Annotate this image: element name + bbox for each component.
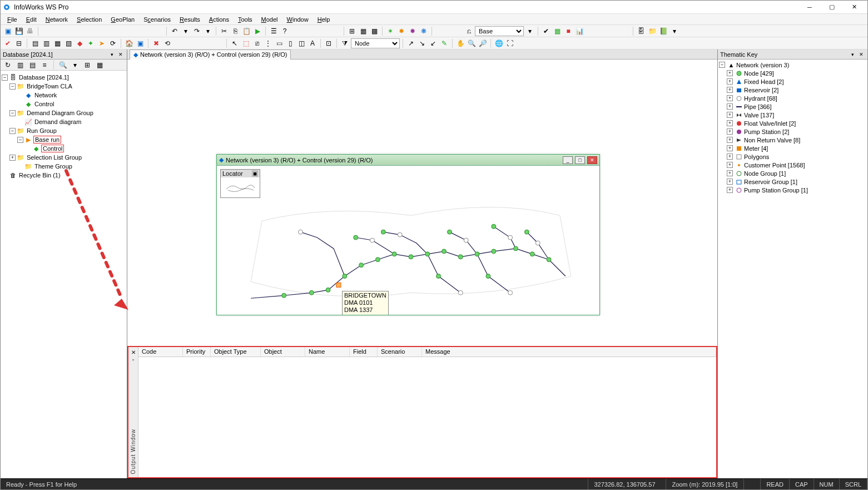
menu-selection[interactable]: Selection bbox=[72, 15, 106, 24]
undo-icon[interactable]: ↶ bbox=[170, 26, 180, 36]
extent-icon[interactable]: ⛶ bbox=[505, 38, 515, 48]
key-item-label[interactable]: Float Valve/Inlet [2] bbox=[744, 120, 796, 127]
redo-split-icon[interactable]: ▾ bbox=[203, 26, 213, 36]
tool-d3-icon[interactable]: ▭ bbox=[274, 38, 284, 48]
book-icon[interactable]: 📗 bbox=[658, 26, 668, 36]
locator-close-icon[interactable]: ■ bbox=[252, 170, 258, 177]
menu-window[interactable]: Window bbox=[282, 15, 313, 24]
undo-split-icon[interactable]: ▾ bbox=[181, 26, 191, 36]
object-combo[interactable]: Node bbox=[351, 38, 400, 48]
key-toggle[interactable]: + bbox=[727, 70, 733, 76]
minimize-button[interactable]: ─ bbox=[798, 1, 821, 14]
menu-geoplan[interactable]: GeoPlan bbox=[106, 15, 139, 24]
key-toggle[interactable]: + bbox=[727, 128, 733, 135]
menu-help[interactable]: Help bbox=[313, 15, 335, 24]
key-item-label[interactable]: Node Group [1] bbox=[744, 170, 786, 177]
key-item-label[interactable]: Pump Station Group [1] bbox=[744, 187, 808, 194]
pt-3-icon[interactable]: ▤ bbox=[27, 60, 37, 70]
tool-b8-icon[interactable]: ➤ bbox=[97, 38, 107, 48]
tree-baserun-control[interactable]: Control bbox=[41, 145, 64, 152]
panel-menu-icon[interactable]: ▾ bbox=[108, 51, 116, 58]
home-icon[interactable]: 🏠 bbox=[124, 38, 134, 48]
zoomin-icon[interactable]: 🔍 bbox=[467, 38, 477, 48]
pt-4-icon[interactable]: ≡ bbox=[39, 60, 49, 70]
maximize-button[interactable]: ▢ bbox=[821, 1, 843, 14]
filter-icon[interactable]: ⧩ bbox=[340, 38, 350, 48]
key-item-label[interactable]: Reservoir Group [1] bbox=[744, 179, 797, 185]
tree-bin[interactable]: Recycle Bin (1) bbox=[18, 172, 62, 179]
key-root[interactable]: Network (version 3) bbox=[736, 62, 789, 68]
tree-bridgetown[interactable]: BridgeTown CLA bbox=[26, 83, 73, 90]
pt-2-icon[interactable]: ▥ bbox=[15, 60, 25, 70]
key-toggle[interactable]: + bbox=[727, 170, 733, 176]
text-icon[interactable]: A bbox=[307, 38, 318, 48]
run-icon[interactable]: ▶ bbox=[252, 26, 262, 36]
tool-f2-icon[interactable]: ↘ bbox=[417, 38, 427, 48]
tool-b1-icon[interactable]: ⊟ bbox=[14, 38, 24, 48]
key-toggle[interactable]: + bbox=[727, 162, 733, 168]
key-toggle[interactable]: + bbox=[727, 87, 733, 93]
tool-e1-icon[interactable]: ⊡ bbox=[324, 38, 334, 48]
tool-b4-icon[interactable]: ▦ bbox=[52, 38, 62, 48]
col-objtype[interactable]: Object Type bbox=[211, 347, 261, 357]
thematic-key-tree[interactable]: −▲Network (version 3) +Node [429]+Fixed … bbox=[718, 60, 867, 478]
col-name[interactable]: Name bbox=[305, 347, 350, 357]
star4-icon[interactable]: ❋ bbox=[419, 26, 429, 36]
menu-scenarios[interactable]: Scenarios bbox=[139, 15, 175, 24]
scenario-icon[interactable]: ⎌ bbox=[464, 26, 474, 36]
tool-b2-icon[interactable]: ▤ bbox=[30, 38, 40, 48]
grid1-icon[interactable]: ▦ bbox=[358, 26, 368, 36]
tree-tg[interactable]: Theme Group bbox=[33, 163, 73, 170]
tree-toggle[interactable]: − bbox=[9, 128, 16, 134]
snap-icon[interactable]: ⊞ bbox=[347, 26, 357, 36]
output-table[interactable]: Code Priority Object Type Object Name Fi… bbox=[138, 347, 716, 477]
pt-6-icon[interactable]: ▾ bbox=[70, 60, 80, 70]
tree-toggle[interactable]: − bbox=[2, 75, 8, 81]
key-item-label[interactable]: Reservoir [2] bbox=[744, 87, 778, 93]
tree-toggle[interactable]: + bbox=[9, 155, 16, 161]
geoplan-body[interactable]: Locator■ bbox=[217, 166, 599, 315]
geoplan-titlebar[interactable]: ◆ Network (version 3) (R/O) + Control (v… bbox=[217, 155, 599, 166]
key-toggle[interactable]: + bbox=[727, 137, 733, 143]
key-toggle[interactable]: + bbox=[727, 187, 733, 193]
zoomout-icon[interactable]: 🔎 bbox=[478, 38, 488, 48]
tree-root[interactable]: Database [2024.1] bbox=[18, 74, 70, 81]
database-tree[interactable]: −🗄Database [2024.1] −📁BridgeTown CLA ◆Ne… bbox=[1, 71, 127, 478]
tool-b5-icon[interactable]: ▧ bbox=[63, 38, 73, 48]
col-code[interactable]: Code bbox=[138, 347, 183, 357]
pt-8-icon[interactable]: ▦ bbox=[95, 60, 105, 70]
key-toggle[interactable]: + bbox=[727, 112, 733, 118]
cut-icon[interactable]: ✂ bbox=[219, 26, 229, 36]
tool-c1-icon[interactable]: ▣ bbox=[135, 38, 145, 48]
key-toggle[interactable]: + bbox=[727, 103, 733, 110]
key-toggle[interactable]: + bbox=[727, 154, 733, 160]
open-icon[interactable]: ▣ bbox=[3, 26, 13, 36]
pt-5-icon[interactable]: 🔍 bbox=[58, 60, 68, 70]
stop-icon[interactable]: ■ bbox=[563, 26, 573, 36]
pen-icon[interactable]: ✎ bbox=[439, 38, 449, 48]
validate-icon[interactable]: ✔ bbox=[541, 26, 551, 36]
key-menu-icon[interactable]: ▾ bbox=[849, 51, 856, 58]
mdi-tab[interactable]: ◆ Network (version 3) (R/O) + Control (v… bbox=[130, 50, 291, 60]
layers-icon[interactable]: ☰ bbox=[269, 26, 279, 36]
check-icon[interactable]: ✔ bbox=[3, 38, 13, 48]
menu-network[interactable]: Network bbox=[41, 15, 72, 24]
key-toggle[interactable]: + bbox=[727, 120, 733, 126]
tree-toggle[interactable]: − bbox=[17, 137, 23, 143]
key-toggle[interactable]: + bbox=[727, 95, 733, 101]
key-item-label[interactable]: Fixed Head [2] bbox=[744, 78, 784, 85]
star1-icon[interactable]: ✶ bbox=[385, 26, 395, 36]
copy-icon[interactable]: ⎘ bbox=[230, 26, 240, 36]
col-object[interactable]: Object bbox=[261, 347, 305, 357]
tree-ddg[interactable]: Demand Diagram Group bbox=[26, 110, 95, 116]
key-toggle[interactable]: + bbox=[727, 78, 733, 85]
tree-toggle[interactable]: − bbox=[9, 110, 16, 116]
child-close-button[interactable]: ✕ bbox=[587, 156, 597, 164]
save-icon[interactable]: 💾 bbox=[14, 26, 24, 36]
key-item-label[interactable]: Hydrant [68] bbox=[744, 95, 777, 102]
network-map[interactable] bbox=[217, 166, 599, 315]
scenario-add-icon[interactable]: ▾ bbox=[525, 26, 535, 36]
col-scenario[interactable]: Scenario bbox=[378, 347, 422, 357]
chart-icon[interactable]: 📊 bbox=[574, 26, 584, 36]
tree-baserun[interactable]: Base run bbox=[33, 136, 61, 143]
